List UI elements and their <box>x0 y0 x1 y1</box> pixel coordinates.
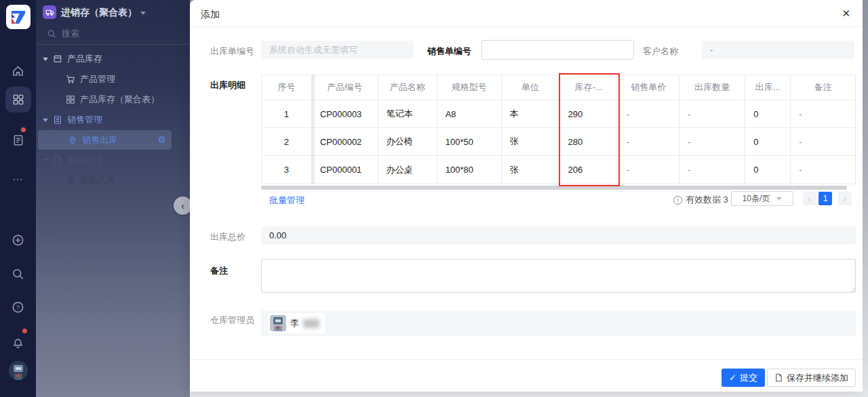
table-cell: 笔记本 <box>378 100 437 128</box>
tree-section-3[interactable]: 销售管理 <box>36 110 190 130</box>
tree-section-0[interactable]: 产品库存 <box>36 49 190 69</box>
table-cell: 办公椅 <box>378 128 437 156</box>
user-avatar[interactable] <box>9 361 28 380</box>
table-cell: - <box>679 100 745 128</box>
page-size-select[interactable]: 10条/页 <box>731 191 793 206</box>
prev-page-button[interactable]: ‹ <box>803 192 816 205</box>
caret-down-icon <box>43 58 48 61</box>
chevron-down-icon <box>776 197 782 201</box>
table-cell: - <box>618 128 679 156</box>
left-rail: … ? <box>0 0 36 397</box>
table-row[interactable]: 2CP000002办公椅100*50张280--0- <box>262 128 856 156</box>
column-header-5: 库存-... <box>560 75 618 100</box>
template-doc-icon[interactable] <box>0 134 36 146</box>
outbound-no-field: 系统自动生成无需填写 <box>261 41 414 59</box>
gear-icon[interactable]: ⚙ <box>157 134 166 145</box>
caret-down-icon <box>43 159 48 162</box>
column-header-2: 产品名称 <box>378 75 437 100</box>
current-page[interactable]: 1 <box>818 192 832 205</box>
save-and-continue-button[interactable]: 保存并继续添加 <box>767 369 856 387</box>
column-header-9: 备注 <box>791 75 856 100</box>
table-cell: 办公桌 <box>378 156 437 184</box>
table-cell: 1 <box>262 100 312 128</box>
table-cell: 100*50 <box>437 128 502 156</box>
column-header-1: 产品编号 <box>312 75 378 100</box>
table-cell: A8 <box>437 100 502 128</box>
column-header-7: 出库数量 <box>679 75 745 100</box>
tree-item-label: 采购入库 <box>80 174 115 186</box>
member-chip[interactable]: 李 <box>268 313 325 333</box>
info-icon: i <box>673 196 682 205</box>
create-icon[interactable] <box>0 234 36 247</box>
submit-button[interactable]: ✓ 提交 <box>722 369 765 387</box>
search-icon <box>47 29 56 39</box>
sidebar-header[interactable]: 进销存（聚合表） <box>36 0 190 24</box>
sidebar-collapse-button[interactable]: ‹ <box>174 196 192 215</box>
outbound-no-label: 出库单编号 <box>210 45 254 58</box>
brand-logo[interactable] <box>6 5 31 29</box>
table-cell: - <box>791 128 856 156</box>
total-field: 0.00 <box>261 226 856 245</box>
valid-data-info: i 有效数据 3 条 <box>673 194 739 206</box>
tree-item-label: 产品库存（聚合表） <box>80 93 159 106</box>
modal-header: 添加 ✕ <box>190 0 863 27</box>
bell-notification-dot <box>22 329 27 333</box>
page-size-value: 10条/页 <box>743 193 770 205</box>
document-icon <box>774 373 783 382</box>
table-cell: - <box>679 128 745 156</box>
table-cell: 280 <box>560 128 618 156</box>
nav-tree: 产品库存产品管理产品库存（聚合表）销售管理销售出库⚙采购管理采购入库 <box>36 49 190 190</box>
caret-down-icon <box>43 119 48 122</box>
column-header-4: 单位 <box>502 75 560 100</box>
truck-icon <box>45 8 54 17</box>
tree-item-6[interactable]: 采购入库 <box>36 170 190 190</box>
table-row[interactable]: 3CP000001办公桌100*80张206--0- <box>262 156 856 184</box>
person-icon <box>66 175 75 185</box>
member-name-blurred <box>303 319 319 328</box>
home-icon[interactable] <box>0 64 36 77</box>
global-search-icon[interactable] <box>0 268 36 280</box>
table-cell: - <box>791 156 856 184</box>
sidebar-search[interactable]: 搜索 <box>36 23 190 45</box>
batch-manage-link[interactable]: 批量管理 <box>269 194 304 207</box>
apps-nav-button[interactable] <box>5 87 31 112</box>
sales-no-input[interactable] <box>481 40 634 60</box>
app-page: … ? 进销存（聚合表） 搜索 产品库存产品管理产品库存 <box>0 0 868 397</box>
check-icon: ✓ <box>729 373 736 383</box>
apps-grid-icon <box>12 93 24 106</box>
close-icon[interactable]: ✕ <box>842 7 850 20</box>
more-icon[interactable]: … <box>0 171 36 183</box>
tree-item-4[interactable]: 销售出库⚙ <box>38 130 172 150</box>
table-cell: 206 <box>560 156 618 184</box>
bell-icon[interactable] <box>0 336 36 349</box>
column-header-6: 销售单价 <box>618 75 679 100</box>
table-cell: 290 <box>560 100 618 128</box>
column-header-0: 序号 <box>262 75 312 100</box>
table-cell: 100*80 <box>437 156 502 184</box>
table-cell: - <box>679 156 745 184</box>
app-icon <box>43 5 56 19</box>
detail-label: 出库明细 <box>210 79 245 91</box>
customer-label: 客户名称 <box>643 45 678 58</box>
table-cell: 张 <box>502 156 560 184</box>
table-horizontal-scrollbar[interactable] <box>261 186 847 190</box>
modal-title: 添加 <box>201 9 220 21</box>
table-body: 1CP000003笔记本A8本290--0-2CP000002办公椅100*50… <box>262 100 856 184</box>
tree-item-label: 产品管理 <box>80 73 115 85</box>
svg-text:?: ? <box>16 304 20 311</box>
table-cell: 本 <box>502 100 560 128</box>
chevron-down-icon[interactable] <box>140 12 146 15</box>
table-cell: 3 <box>262 156 312 184</box>
member-avatar <box>270 315 286 331</box>
box-icon <box>53 54 62 64</box>
table-cell: - <box>618 156 679 184</box>
tree-section-5[interactable]: 采购管理 <box>36 150 190 170</box>
table-row[interactable]: 1CP000003笔记本A8本290--0- <box>262 100 856 128</box>
remark-textarea[interactable] <box>261 259 856 293</box>
tree-item-2[interactable]: 产品库存（聚合表） <box>36 89 190 110</box>
next-page-button[interactable]: › <box>838 192 852 205</box>
add-record-modal: 添加 ✕ 出库单编号 系统自动生成无需填写 销售单编号 客户名称 - 出库明细 … <box>190 0 863 392</box>
help-icon[interactable]: ? <box>0 301 36 314</box>
table-cell: CP000003 <box>312 100 378 128</box>
tree-item-1[interactable]: 产品管理 <box>36 69 190 89</box>
